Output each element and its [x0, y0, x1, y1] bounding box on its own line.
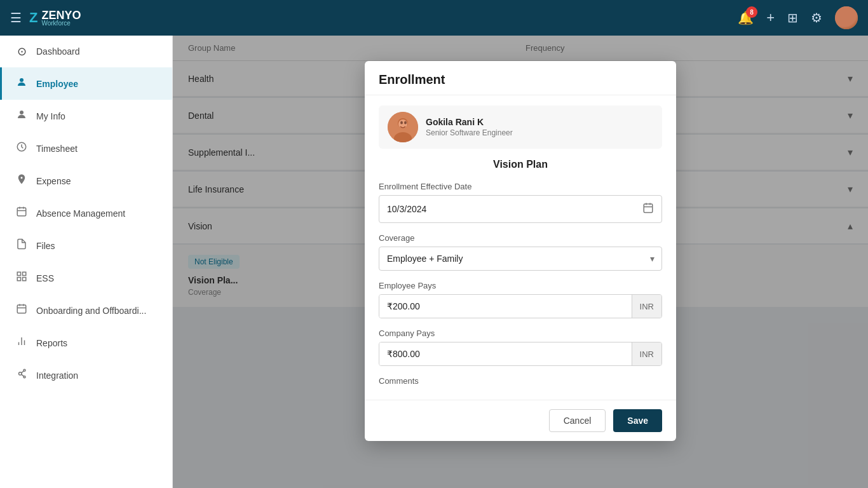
- sidebar-item-label: Files: [36, 241, 55, 251]
- svg-point-27: [400, 121, 403, 125]
- integration-icon: [15, 368, 29, 383]
- files-icon: [15, 238, 29, 253]
- svg-rect-8: [23, 272, 26, 275]
- company-pays-input[interactable]: [379, 342, 632, 365]
- sidebar-item-reports[interactable]: Reports: [0, 327, 172, 359]
- enrollment-modal: Enrollment: [365, 61, 676, 441]
- sidebar-item-label: Onboarding and Offboardi...: [36, 306, 146, 316]
- modal-footer: Cancel Save: [365, 400, 676, 441]
- employee-avatar: [388, 112, 418, 142]
- timesheet-icon: [15, 141, 29, 156]
- enrollment-date-input[interactable]: [387, 204, 642, 214]
- content-area: Group Name Frequency Health ▾ Dental ▾ S…: [173, 36, 868, 488]
- modal-body: Gokila Rani K Senior Software Engineer V…: [365, 95, 676, 400]
- employee-pays-input[interactable]: [379, 295, 632, 318]
- svg-rect-11: [17, 305, 26, 313]
- sidebar-item-label: My Info: [36, 111, 65, 121]
- sidebar-item-files[interactable]: Files: [0, 229, 172, 262]
- notification-button[interactable]: 🔔 8: [738, 10, 754, 25]
- employee-pays-label: Employee Pays: [379, 281, 662, 290]
- employee-icon: [15, 76, 29, 91]
- main-layout: ⊙ Dashboard Employee My Info Timesheet: [0, 36, 868, 488]
- sidebar-item-absence[interactable]: Absence Management: [0, 197, 172, 229]
- svg-point-1: [20, 111, 24, 114]
- modal-overlay: Enrollment: [173, 36, 868, 488]
- coverage-select-wrapper: Employee Only Employee + Family Employee…: [379, 247, 662, 271]
- notification-badge: 8: [746, 6, 757, 18]
- cancel-button[interactable]: Cancel: [549, 409, 606, 432]
- svg-point-28: [404, 121, 407, 125]
- coverage-label: Coverage: [379, 233, 662, 243]
- sidebar-item-label: Expense: [36, 176, 71, 186]
- company-pays-group: Company Pays INR: [379, 329, 662, 366]
- company-pays-input-wrapper: INR: [379, 342, 662, 366]
- user-avatar[interactable]: [835, 6, 858, 29]
- company-pays-currency: INR: [632, 342, 661, 365]
- grid-button[interactable]: ⊞: [787, 10, 798, 25]
- sidebar-item-myinfo[interactable]: My Info: [0, 100, 172, 132]
- sidebar-item-label: ESS: [36, 273, 54, 283]
- svg-line-21: [22, 371, 24, 373]
- modal-header: Enrollment: [365, 61, 676, 95]
- navbar-left: ☰ Z ZENYO Workforce: [10, 9, 81, 27]
- sidebar-item-onboarding[interactable]: Onboarding and Offboardi...: [0, 294, 172, 327]
- sidebar-item-label: Dashboard: [36, 46, 80, 57]
- comments-label: Comments: [379, 376, 662, 386]
- enrollment-date-group: Enrollment Effective Date: [379, 182, 662, 223]
- svg-line-22: [22, 374, 24, 376]
- enrollment-date-label: Enrollment Effective Date: [379, 182, 662, 191]
- sidebar-item-ess[interactable]: ESS: [0, 262, 172, 294]
- settings-button[interactable]: ⚙: [811, 10, 822, 25]
- employee-card: Gokila Rani K Senior Software Engineer: [379, 105, 662, 149]
- sidebar-item-label: Employee: [36, 79, 78, 89]
- svg-point-20: [24, 376, 25, 378]
- enrollment-date-input-wrapper[interactable]: [379, 195, 662, 223]
- logo: Z ZENYO Workforce: [29, 9, 81, 27]
- sidebar-item-timesheet[interactable]: Timesheet: [0, 132, 172, 165]
- expense-icon: [15, 173, 29, 188]
- sidebar-item-dashboard[interactable]: ⊙ Dashboard: [0, 36, 172, 67]
- sidebar-item-integration[interactable]: Integration: [0, 359, 172, 391]
- svg-rect-29: [644, 204, 653, 213]
- employee-pays-currency: INR: [632, 295, 661, 318]
- sidebar-item-label: Absence Management: [36, 208, 125, 219]
- hamburger-menu-button[interactable]: ☰: [10, 10, 22, 25]
- sidebar-item-employee[interactable]: Employee: [0, 67, 172, 100]
- svg-point-19: [24, 369, 25, 371]
- calendar-icon[interactable]: [642, 202, 654, 216]
- svg-rect-3: [17, 208, 26, 216]
- sidebar-item-label: Integration: [36, 370, 78, 381]
- logo-icon: Z: [29, 10, 37, 26]
- ess-icon: [15, 271, 29, 285]
- sidebar: ⊙ Dashboard Employee My Info Timesheet: [0, 36, 173, 488]
- reports-icon: [15, 336, 29, 350]
- svg-rect-7: [17, 272, 20, 275]
- svg-rect-9: [23, 278, 26, 281]
- company-pays-label: Company Pays: [379, 329, 662, 338]
- plan-heading: Vision Plan: [379, 159, 662, 170]
- employee-pays-group: Employee Pays INR: [379, 281, 662, 318]
- navbar: ☰ Z ZENYO Workforce 🔔 8 + ⊞ ⚙: [0, 0, 868, 36]
- svg-point-0: [20, 78, 24, 82]
- svg-rect-10: [17, 278, 20, 281]
- absence-icon: [15, 206, 29, 220]
- dashboard-icon: ⊙: [15, 44, 29, 58]
- sidebar-item-label: Timesheet: [36, 144, 78, 154]
- coverage-group: Coverage Employee Only Employee + Family…: [379, 233, 662, 271]
- sidebar-item-label: Reports: [36, 338, 67, 348]
- sidebar-item-expense[interactable]: Expense: [0, 165, 172, 197]
- employee-info: Gokila Rani K Senior Software Engineer: [426, 117, 513, 137]
- add-button[interactable]: +: [766, 10, 775, 26]
- coverage-select[interactable]: Employee Only Employee + Family Employee…: [379, 247, 662, 271]
- myinfo-icon: [15, 109, 29, 123]
- onboarding-icon: [15, 303, 29, 318]
- navbar-right: 🔔 8 + ⊞ ⚙: [738, 6, 858, 29]
- employee-name: Gokila Rani K: [426, 117, 513, 127]
- employee-pays-input-wrapper: INR: [379, 294, 662, 318]
- comments-group: Comments: [379, 376, 662, 386]
- save-button[interactable]: Save: [613, 409, 662, 432]
- employee-title: Senior Software Engineer: [426, 128, 513, 137]
- modal-title: Enrollment: [379, 72, 445, 86]
